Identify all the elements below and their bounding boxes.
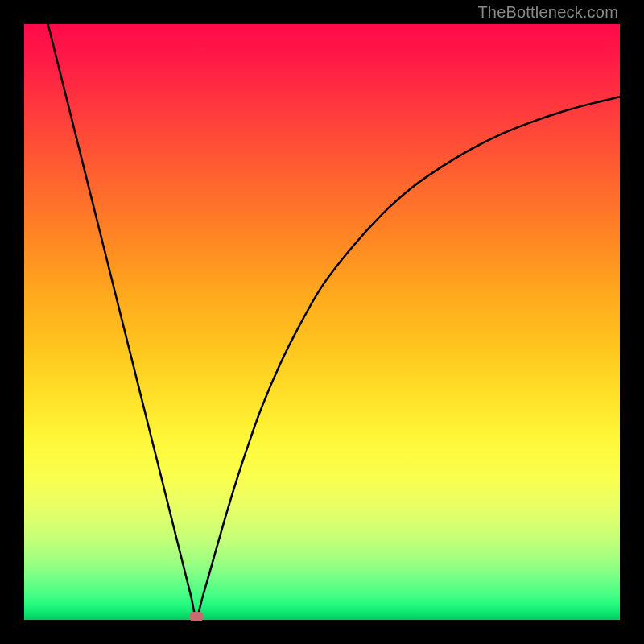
chart-container: TheBottleneck.com	[0, 0, 644, 644]
bottleneck-curve	[24, 24, 620, 620]
plot-area	[24, 24, 620, 620]
attribution-text: TheBottleneck.com	[477, 3, 618, 22]
curve-line	[48, 24, 620, 617]
minimum-marker	[189, 612, 204, 621]
